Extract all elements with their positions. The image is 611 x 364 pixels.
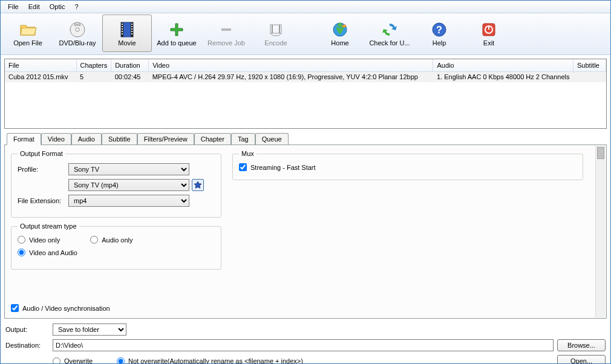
check-label: Check for U...	[369, 39, 410, 47]
audio-only-label: Audio only	[102, 236, 132, 244]
svg-rect-14	[131, 31, 132, 32]
video-only-label: Video only	[29, 236, 60, 244]
col-duration[interactable]: Duration	[111, 59, 149, 71]
svg-rect-18	[272, 25, 273, 33]
minus-icon	[217, 20, 236, 39]
video-audio-label: Video and Audio	[29, 249, 77, 256]
help-icon: ?	[430, 20, 449, 39]
destination-input[interactable]	[53, 339, 554, 351]
plus-icon	[167, 20, 186, 39]
profile-label: Profile:	[18, 166, 68, 173]
film-icon	[117, 20, 137, 39]
av-sync-check[interactable]: Audio / Video synchronisation	[11, 304, 110, 312]
dvd-bluray-button[interactable]: DVD DVD/Blu-ray	[53, 15, 102, 52]
tab-filters[interactable]: Filters/Preview	[137, 133, 194, 145]
svg-rect-13	[131, 28, 132, 30]
add-to-queue-button[interactable]: Add to queue	[152, 15, 201, 52]
svg-rect-11	[131, 24, 132, 25]
col-chapters[interactable]: Chapters	[76, 59, 111, 71]
file-list[interactable]: File Chapters Duration Video Audio Subti…	[4, 59, 607, 129]
favorite-button[interactable]	[192, 179, 204, 191]
video-and-audio-radio[interactable]: Video and Audio	[18, 249, 77, 256]
help-button[interactable]: ? Help	[414, 15, 464, 52]
svg-rect-9	[122, 31, 123, 32]
svg-rect-12	[131, 26, 132, 27]
panel-scrollbar[interactable]	[595, 146, 606, 317]
menu-help[interactable]: ?	[70, 2, 83, 11]
refresh-icon	[380, 20, 399, 39]
svg-rect-6	[122, 24, 123, 25]
output-label: Output:	[5, 326, 53, 333]
cell-subtitle	[573, 71, 606, 82]
output-select[interactable]: Save to folder	[53, 323, 126, 336]
streaming-label: Streaming - Fast Start	[250, 164, 316, 171]
output-stream-group: Output stream type Video only Audio only…	[11, 223, 221, 270]
home-button[interactable]: Home	[315, 15, 365, 52]
folder-open-icon	[18, 20, 38, 39]
col-video[interactable]: Video	[149, 59, 433, 71]
destination-label: Destination:	[5, 342, 53, 349]
container-select[interactable]: Sony TV (mp4)	[68, 179, 189, 191]
col-audio[interactable]: Audio	[433, 59, 573, 71]
overwrite-radio[interactable]: Overwrite	[53, 357, 93, 365]
col-file[interactable]: File	[5, 59, 76, 71]
bottom-panel: Output: Save to folder Destination: Brow…	[5, 323, 606, 364]
tab-format[interactable]: Format	[7, 133, 41, 145]
open-file-label: Open File	[13, 39, 42, 47]
check-updates-button[interactable]: Check for U...	[365, 15, 414, 52]
menu-file[interactable]: File	[3, 2, 24, 11]
star-icon	[194, 181, 202, 189]
svg-rect-10	[122, 33, 123, 34]
svg-text:DVD: DVD	[74, 23, 81, 27]
toolbar: Open File DVD DVD/Blu-ray Movie Add to q…	[1, 13, 610, 55]
not-overwrite-label: Not overwrite(Automatically rename as <f…	[128, 357, 303, 364]
profile-select[interactable]: Sony TV	[68, 163, 189, 175]
streaming-check[interactable]: Streaming - Fast Start	[239, 163, 316, 171]
exit-icon	[479, 20, 498, 39]
menu-bar: File Edit Optic ?	[1, 1, 610, 13]
help-label: Help	[433, 39, 446, 47]
scrollbar-thumb[interactable]	[597, 147, 604, 159]
home-label: Home	[331, 39, 348, 47]
audio-only-radio[interactable]: Audio only	[90, 236, 132, 244]
svg-rect-19	[279, 25, 280, 33]
col-subtitle[interactable]: Subtitle	[573, 59, 606, 71]
svg-rect-7	[122, 26, 123, 27]
video-only-radio[interactable]: Video only	[18, 236, 60, 244]
encode-icon	[266, 20, 286, 39]
browse-button[interactable]: Browse...	[557, 339, 606, 351]
encode-button[interactable]: Encode	[251, 15, 301, 52]
cell-audio: 1. English AAC 0 Kbps 48000 Hz 2 Channel…	[433, 71, 573, 82]
svg-rect-8	[122, 28, 123, 30]
remove-job-button[interactable]: Remove Job	[201, 15, 251, 52]
svg-point-1	[76, 28, 79, 31]
table-row[interactable]: Cuba 2012 015.mkv 5 00:02:45 MPEG-4 AVC …	[5, 71, 606, 82]
output-format-group: Output Format Profile: Sony TV Sony TV (…	[11, 150, 221, 218]
cell-video: MPEG-4 AVC / H.264 29.97 Hz, 1920 x 1080…	[149, 71, 433, 82]
globe-icon	[330, 20, 350, 39]
open-button[interactable]: Open...	[557, 355, 606, 364]
tab-queue[interactable]: Queue	[255, 133, 289, 145]
tab-video[interactable]: Video	[41, 133, 71, 145]
tab-tag[interactable]: Tag	[231, 133, 255, 145]
svg-rect-16	[221, 28, 231, 31]
exit-button[interactable]: Exit	[464, 15, 514, 52]
menu-edit[interactable]: Edit	[24, 2, 45, 11]
tab-subtitle[interactable]: Subtitle	[102, 133, 137, 145]
not-overwrite-radio[interactable]: Not overwrite(Automatically rename as <f…	[117, 357, 557, 365]
output-format-legend: Output Format	[18, 150, 65, 157]
movie-button[interactable]: Movie	[102, 15, 152, 52]
tab-audio[interactable]: Audio	[71, 133, 102, 145]
mux-legend: Mux	[239, 150, 256, 157]
output-stream-legend: Output stream type	[18, 223, 79, 230]
overwrite-label: Overwrite	[64, 357, 93, 364]
tab-chapter[interactable]: Chapter	[194, 133, 231, 145]
dvd-label: DVD/Blu-ray	[59, 39, 96, 47]
menu-options[interactable]: Optic	[45, 2, 70, 11]
open-file-button[interactable]: Open File	[3, 15, 53, 52]
movie-label: Movie	[118, 39, 136, 47]
svg-text:?: ?	[436, 25, 442, 35]
file-ext-select[interactable]: mp4	[68, 195, 189, 207]
disc-icon: DVD	[68, 20, 87, 39]
encode-label: Encode	[264, 39, 287, 47]
